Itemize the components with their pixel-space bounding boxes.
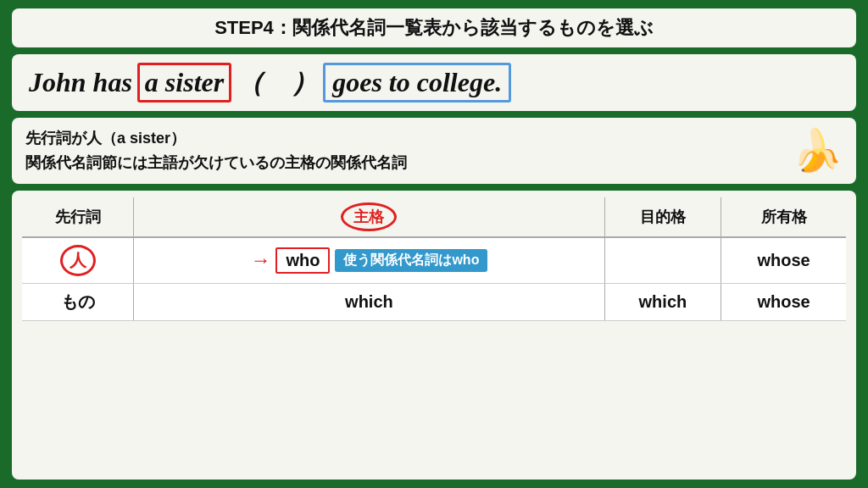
cell-mono-object: which	[604, 283, 721, 320]
table-box: 先行詞 主格 目的格 所有格 人 →	[12, 191, 856, 480]
sentence-predicate: goes to college.	[323, 63, 511, 103]
col-header-subject: 主格	[134, 197, 604, 237]
arrow-icon: →	[250, 248, 270, 272]
who-label: 使う関係代名詞はwho	[335, 249, 487, 272]
col-header-antecedent: 先行詞	[22, 197, 134, 237]
col-header-possessive: 所有格	[721, 197, 846, 237]
cell-mono-subject: which	[134, 283, 604, 320]
step-title: STEP4：関係代名詞一覧表から該当するものを選ぶ	[214, 17, 654, 38]
cell-mono-antecedent: もの	[22, 283, 134, 320]
banana-mascot: 🍌	[792, 130, 843, 171]
info-line2: 関係代名詞節には主語が欠けているの主格の関係代名詞	[25, 151, 407, 175]
who-box: who	[275, 247, 330, 274]
info-text-block: 先行詞が人（a sister） 関係代名詞節には主語が欠けているの主格の関係代名…	[25, 126, 407, 175]
grammar-table: 先行詞 主格 目的格 所有格 人 →	[22, 197, 846, 321]
sentence-box: John has a sister （ ） goes to college.	[12, 54, 856, 111]
col-header-object: 目的格	[604, 197, 721, 237]
sentence-subject: a sister	[137, 63, 231, 103]
step-title-box: STEP4：関係代名詞一覧表から該当するものを選ぶ	[12, 8, 856, 47]
cell-person-subject: → who 使う関係代名詞はwho	[134, 237, 604, 284]
table-row-mono: もの which which whose	[22, 283, 846, 320]
cell-person-possessive: whose	[721, 237, 846, 284]
cell-person-object	[604, 237, 721, 284]
info-line1: 先行詞が人（a sister）	[25, 126, 407, 151]
table-row-person: 人 → who 使う関係代名詞はwho whose	[22, 237, 846, 284]
cell-person-antecedent: 人	[22, 237, 134, 284]
cell-mono-possessive: whose	[721, 283, 846, 320]
sentence-prefix: John has	[29, 67, 132, 98]
sentence-paren: （ ）	[236, 64, 318, 102]
info-box: 先行詞が人（a sister） 関係代名詞節には主語が欠けているの主格の関係代名…	[12, 118, 856, 184]
